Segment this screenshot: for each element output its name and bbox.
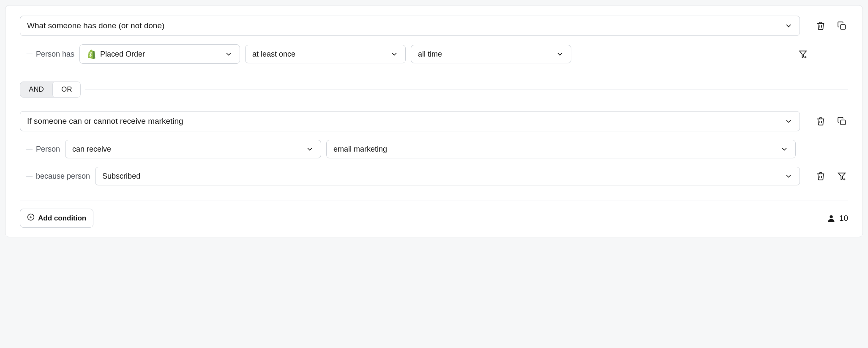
channel-select[interactable]: email marketing xyxy=(326,140,796,158)
svg-rect-4 xyxy=(841,120,845,125)
chevron-down-icon xyxy=(784,172,793,180)
profile-count-value: 10 xyxy=(839,214,848,223)
segment-builder-panel: What someone has done (or not done) Pers… xyxy=(5,5,863,237)
divider xyxy=(85,90,848,90)
shopify-icon xyxy=(87,49,97,59)
svg-rect-0 xyxy=(841,24,845,29)
event-value: Placed Order xyxy=(100,50,145,59)
delete-filter-button[interactable] xyxy=(814,170,827,182)
condition-type-label: What someone has done (or not done) xyxy=(27,21,164,30)
condition-type-select[interactable]: If someone can or cannot receive marketi… xyxy=(20,111,800,131)
condition-1-body: Person has Placed Order at least once al… xyxy=(20,44,848,64)
condition-2-body-row2: because person Subscribed xyxy=(20,167,848,185)
person-label: Person xyxy=(36,145,60,154)
condition-1-actions xyxy=(814,19,848,32)
can-receive-select[interactable]: can receive xyxy=(65,140,321,158)
chevron-down-icon xyxy=(224,50,233,58)
reason-select[interactable]: Subscribed xyxy=(95,167,800,185)
logic-and-button[interactable]: AND xyxy=(20,82,52,97)
frequency-value: at least once xyxy=(252,50,295,59)
chevron-down-icon xyxy=(556,50,564,58)
condition-2-actions xyxy=(814,115,848,128)
condition-type-select[interactable]: What someone has done (or not done) xyxy=(20,16,800,36)
logic-operator-toggle: AND OR xyxy=(20,82,81,98)
channel-value: email marketing xyxy=(333,145,387,154)
reason-row-actions xyxy=(814,170,848,182)
reason-value: Subscribed xyxy=(102,172,140,181)
person-icon xyxy=(827,214,836,223)
chevron-down-icon xyxy=(390,50,399,58)
logic-or-button[interactable]: OR xyxy=(52,82,81,97)
chevron-down-icon xyxy=(780,145,789,153)
plus-circle-icon xyxy=(27,213,35,223)
duplicate-condition-button[interactable] xyxy=(835,115,848,128)
timeframe-value: all time xyxy=(418,50,442,59)
chevron-down-icon xyxy=(784,22,793,30)
frequency-select[interactable]: at least once xyxy=(245,45,406,63)
delete-condition-button[interactable] xyxy=(814,115,827,128)
condition-2-header: If someone can or cannot receive marketi… xyxy=(20,111,848,131)
condition-1-header: What someone has done (or not done) xyxy=(20,16,848,36)
because-person-label: because person xyxy=(36,172,90,181)
chevron-down-icon xyxy=(306,145,314,153)
condition-2-body-row1: Person can receive email marketing xyxy=(20,140,848,158)
person-has-label: Person has xyxy=(36,50,74,59)
can-receive-value: can receive xyxy=(72,145,111,154)
chevron-down-icon xyxy=(784,117,793,125)
svg-point-11 xyxy=(830,215,833,218)
event-select[interactable]: Placed Order xyxy=(79,44,240,64)
add-condition-label: Add condition xyxy=(38,214,86,223)
logic-operator-row: AND OR xyxy=(20,82,848,98)
footer-row: Add condition 10 xyxy=(20,201,848,228)
add-condition-button[interactable]: Add condition xyxy=(20,209,93,228)
add-filter-button[interactable] xyxy=(797,48,809,60)
profile-count: 10 xyxy=(827,214,848,223)
timeframe-select[interactable]: all time xyxy=(411,45,571,63)
add-filter-button[interactable] xyxy=(835,170,848,182)
duplicate-condition-button[interactable] xyxy=(835,19,848,32)
condition-type-label: If someone can or cannot receive marketi… xyxy=(27,117,183,126)
delete-condition-button[interactable] xyxy=(814,19,827,32)
